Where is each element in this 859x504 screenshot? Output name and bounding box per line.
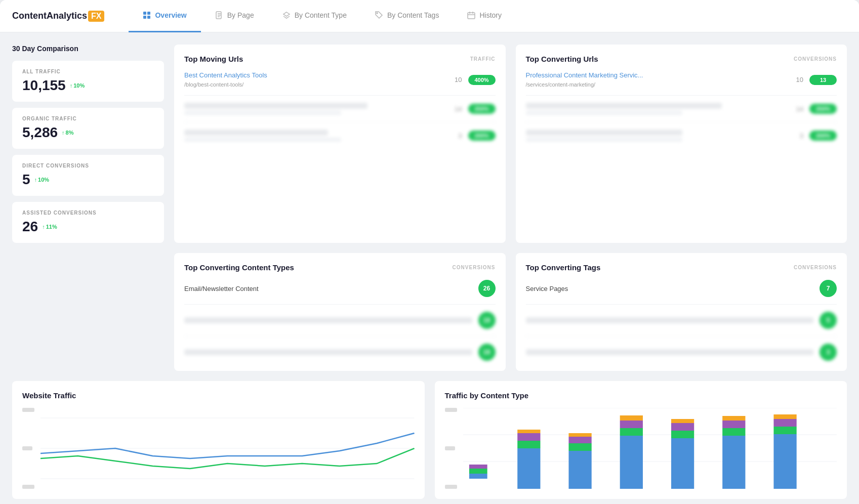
- tag-name-1: Service Pages: [526, 285, 814, 292]
- conv-url-row-1: Professional Content Marketing Servic...…: [526, 71, 837, 96]
- svg-rect-38: [671, 419, 693, 423]
- logo-fx: FX: [88, 11, 104, 22]
- nav-label-by-content-tags: By Content Tags: [387, 11, 439, 19]
- app-container: ContentAnalyticsFX Overview By Page By C…: [0, 0, 859, 504]
- y-axis: [22, 408, 38, 489]
- layers-icon: [282, 11, 291, 19]
- tag-icon: [375, 11, 383, 19]
- svg-rect-22: [469, 465, 487, 469]
- line-chart-svg: [40, 408, 415, 489]
- nav-item-by-page[interactable]: By Page: [201, 0, 268, 32]
- line-chart-area: [22, 408, 415, 489]
- top-moving-urls-title: Top Moving Urls: [184, 55, 243, 63]
- nav-item-overview[interactable]: Overview: [129, 0, 200, 32]
- url-row-2: 14 250%: [184, 103, 496, 122]
- url-link-1[interactable]: Best Content Analytics Tools: [184, 71, 446, 79]
- content-types-subtitle: CONVERSIONS: [453, 265, 496, 270]
- svg-rect-41: [722, 421, 745, 428]
- stat-badge-all-traffic: 10%: [70, 82, 85, 89]
- svg-rect-1: [147, 12, 150, 15]
- y-label-1: [22, 408, 34, 412]
- stat-value-organic-traffic: 5,286 8%: [22, 124, 154, 141]
- stat-badge-assisted-conversions: 11%: [42, 224, 57, 230]
- svg-rect-45: [773, 419, 796, 427]
- url-info-2: [184, 103, 446, 115]
- tag-badge-1: 7: [820, 280, 837, 297]
- content-type-name-1: Email/Newsletter Content: [184, 285, 472, 292]
- conv-url-link-1[interactable]: Professional Content Marketing Servic...: [526, 71, 788, 79]
- tag-row-1: Service Pages 7: [526, 280, 837, 305]
- conv-url-badge-1: 13: [809, 75, 837, 85]
- svg-rect-27: [568, 451, 591, 489]
- website-traffic-card: Website Traffic: [12, 381, 425, 499]
- conv-url-info-3: [526, 130, 788, 142]
- svg-rect-25: [517, 433, 540, 441]
- svg-rect-23: [517, 448, 540, 489]
- nav-item-by-content-type[interactable]: By Content Type: [268, 0, 361, 32]
- content-type-row-1: Email/Newsletter Content 26: [184, 280, 496, 305]
- bar-chart-svg: [463, 408, 837, 489]
- stat-card-assisted-conversions: ASSISTED CONVERSIONS 26 11%: [12, 202, 164, 243]
- stat-badge-organic-traffic: 8%: [62, 130, 73, 136]
- nav-label-history: History: [479, 11, 502, 19]
- svg-rect-42: [722, 416, 745, 421]
- top-converting-urls-card: Top Converting Urls CONVERSIONS Professi…: [516, 45, 847, 243]
- tags-subtitle: CONVERSIONS: [794, 265, 837, 270]
- conv-url-path-1: /services/content-marketing/: [526, 81, 596, 88]
- svg-rect-32: [620, 428, 642, 436]
- url-num-2: 14: [452, 105, 462, 113]
- conv-url-info-1: Professional Content Marketing Servic...…: [526, 71, 788, 88]
- svg-rect-20: [469, 474, 487, 479]
- nav: Overview By Page By Content Type By Cont…: [129, 0, 516, 32]
- svg-rect-24: [517, 441, 540, 448]
- stat-card-all-traffic: ALL TRAFFIC 10,155 10%: [12, 61, 164, 102]
- stat-label-direct-conversions: DIRECT CONVERSIONS: [22, 163, 154, 169]
- svg-rect-28: [568, 443, 591, 451]
- stat-card-organic-traffic: ORGANIC TRAFFIC 5,286 8%: [12, 108, 164, 149]
- conv-url-num-2: 14: [793, 105, 803, 113]
- stat-value-assisted-conversions: 26 11%: [22, 219, 154, 235]
- top-converting-content-types-card: Top Converting Content Types CONVERSIONS…: [174, 253, 506, 371]
- tag-row-2: 5: [526, 312, 837, 337]
- top-converting-urls-title: Top Converting Urls: [526, 55, 598, 63]
- website-traffic-title: Website Traffic: [22, 391, 415, 400]
- svg-rect-33: [620, 421, 642, 428]
- stats-panel: 30 Day Comparison ALL TRAFFIC 10,155 10%…: [12, 45, 164, 243]
- content-types-header: Top Converting Content Types CONVERSIONS: [184, 263, 496, 272]
- svg-rect-30: [568, 433, 591, 437]
- stat-badge-direct-conversions: 10%: [34, 177, 50, 183]
- nav-item-by-content-tags[interactable]: By Content Tags: [361, 0, 453, 32]
- bar-y-label-1: [445, 408, 457, 412]
- svg-rect-2: [143, 16, 146, 19]
- tags-title: Top Converting Tags: [526, 263, 601, 272]
- svg-rect-21: [469, 469, 487, 474]
- content-type-badge-3: 19: [478, 344, 496, 361]
- conv-url-num-3: 3: [793, 132, 803, 140]
- svg-rect-40: [722, 428, 745, 436]
- stats-section-title: 30 Day Comparison: [12, 45, 164, 53]
- conv-url-badge-2: 250%: [809, 104, 837, 114]
- nav-label-by-content-type: By Content Type: [295, 11, 347, 19]
- svg-rect-36: [671, 431, 693, 438]
- conv-url-num-1: 10: [793, 76, 803, 83]
- top-moving-urls-header: Top Moving Urls TRAFFIC: [184, 55, 496, 63]
- svg-rect-10: [468, 13, 475, 19]
- stat-card-direct-conversions: DIRECT CONVERSIONS 5 10%: [12, 155, 164, 196]
- stat-label-all-traffic: ALL TRAFFIC: [22, 69, 154, 74]
- url-info-3: [184, 130, 446, 142]
- nav-item-history[interactable]: History: [453, 0, 516, 32]
- top-converting-urls-header: Top Converting Urls CONVERSIONS: [526, 55, 837, 63]
- calendar-icon: [467, 11, 475, 19]
- conv-url-badge-3: 200%: [809, 131, 837, 141]
- nav-label-overview: Overview: [155, 11, 186, 19]
- content-type-row-3: 19: [184, 344, 496, 361]
- svg-rect-46: [773, 414, 796, 419]
- conv-url-row-3: 3 200%: [526, 130, 837, 142]
- top-moving-urls-card: Top Moving Urls TRAFFIC Best Content Ana…: [174, 45, 506, 243]
- svg-rect-44: [773, 427, 796, 434]
- nav-label-by-page: By Page: [227, 11, 254, 19]
- url-info-1: Best Content Analytics Tools /blog/best-…: [184, 71, 446, 88]
- grid-icon: [143, 11, 151, 19]
- svg-rect-37: [671, 423, 693, 431]
- url-path-1: /blog/best-content-tools/: [184, 81, 243, 88]
